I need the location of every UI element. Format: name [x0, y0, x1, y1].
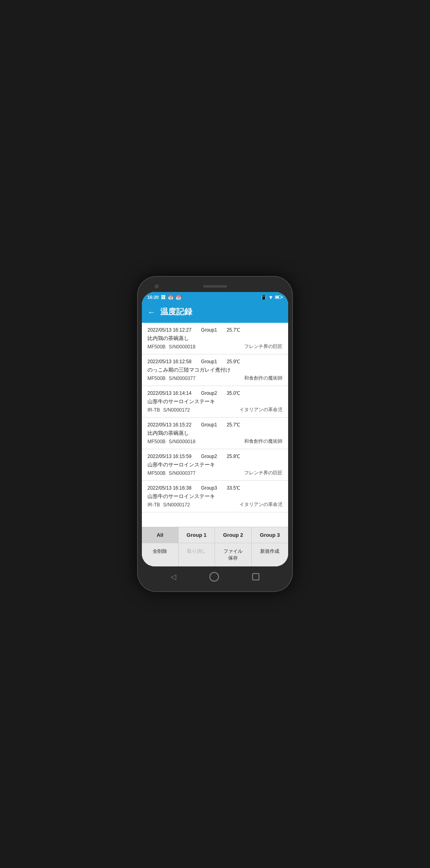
save-file-button[interactable]: ファイル保存 — [215, 543, 252, 566]
battery-icon — [275, 296, 283, 299]
serial: S/N0000018 — [169, 439, 195, 444]
phone-nav-bar: ◁ — [142, 566, 288, 587]
calendar2-icon: 📆 — [176, 295, 181, 300]
device: IR-TB — [147, 502, 160, 508]
record-line1: 2022/05/13 16:15:22 Group1 25.7℃ — [147, 422, 283, 428]
page-title: 温度記録 — [160, 306, 192, 317]
recents-nav-icon[interactable] — [252, 573, 259, 580]
user: 和食創作の魔術師 — [244, 375, 283, 382]
wifi-icon: ▼ — [268, 294, 273, 300]
user: 和食創作の魔術師 — [244, 438, 283, 445]
speaker — [203, 285, 227, 288]
serial: S/N0000018 — [169, 344, 195, 350]
user: フレンチ界の巨匠 — [244, 343, 283, 350]
device: MF500B — [147, 344, 165, 350]
list-item[interactable]: 2022/05/13 16:15:59 Group2 25.8℃ 山形牛のサーロ… — [142, 449, 288, 481]
vibrate-icon: 📳 — [261, 295, 267, 300]
status-time: 16:20 — [147, 295, 159, 300]
tab-group2[interactable]: Group 2 — [215, 527, 252, 543]
record-line1: 2022/05/13 16:12:58 Group1 25.9℃ — [147, 358, 283, 365]
list-item[interactable]: 2022/05/13 16:12:58 Group1 25.9℃ のっこみ期の三… — [142, 354, 288, 386]
records-list: 2022/05/13 16:12:27 Group1 25.7℃ 比内鶏の茶碗蒸… — [142, 323, 288, 527]
record-line2: 山形牛のサーロインステーキ — [147, 398, 283, 405]
home-nav-icon[interactable] — [209, 572, 219, 582]
serial: S/N0000377 — [169, 470, 195, 476]
phone-top-bar — [142, 281, 288, 292]
status-bar: 16:20 🖼 📅 📆 📳 ▼ — [142, 292, 288, 302]
device: IR-TB — [147, 407, 160, 413]
record-line1: 2022/05/13 16:15:59 Group2 25.8℃ — [147, 453, 283, 460]
delete-all-button[interactable]: 全削除 — [142, 543, 179, 566]
record-line2: 比内鶏の茶碗蒸し — [147, 430, 283, 437]
record-line3: MF500B S/N0000377 和食創作の魔術師 — [147, 375, 283, 382]
record-line2: 比内鶏の茶碗蒸し — [147, 335, 283, 342]
camera-sensor — [155, 284, 159, 288]
filter-tabs: All Group 1 Group 2 Group 3 — [142, 527, 288, 543]
calendar-icon: 📅 — [168, 295, 173, 300]
list-item[interactable]: 2022/05/13 16:15:22 Group1 25.7℃ 比内鶏の茶碗蒸… — [142, 418, 288, 449]
action-buttons: 全削除 取り消し ファイル保存 新規作成 — [142, 543, 288, 566]
tab-group1[interactable]: Group 1 — [179, 527, 215, 543]
record-line2: 山形牛のサーロインステーキ — [147, 461, 283, 468]
record-line3: MF500B S/N0000377 フレンチ界の巨匠 — [147, 470, 283, 476]
new-create-button[interactable]: 新規作成 — [252, 543, 289, 566]
list-item[interactable]: 2022/05/13 16:16:38 Group3 33.5℃ 山形牛のサーロ… — [142, 481, 288, 512]
record-line1: 2022/05/13 16:16:38 Group3 33.5℃ — [147, 485, 283, 492]
serial: S/N0000377 — [169, 376, 195, 381]
record-line1: 2022/05/13 16:14:14 Group2 35.0℃ — [147, 390, 283, 397]
tab-all[interactable]: All — [142, 527, 179, 543]
record-line3: IR-TB S/N0000172 イタリアンの革命児 — [147, 501, 283, 508]
device: MF500B — [147, 376, 165, 381]
list-item[interactable]: 2022/05/13 16:12:27 Group1 25.7℃ 比内鶏の茶碗蒸… — [142, 323, 288, 354]
user: イタリアンの革命児 — [239, 406, 283, 413]
user: イタリアンの革命児 — [239, 501, 283, 508]
record-line1: 2022/05/13 16:12:27 Group1 25.7℃ — [147, 327, 283, 334]
list-item[interactable]: 2022/05/13 16:14:14 Group2 35.0℃ 山形牛のサーロ… — [142, 386, 288, 418]
back-nav-icon[interactable]: ◁ — [171, 572, 176, 581]
record-line3: MF500B S/N0000018 和食創作の魔術師 — [147, 438, 283, 445]
record-line3: MF500B S/N0000018 フレンチ界の巨匠 — [147, 343, 283, 350]
photo-icon: 🖼 — [161, 295, 165, 300]
record-line2: のっこみ期の三陸マコガレイ煮付け — [147, 366, 283, 374]
phone-device: 16:20 🖼 📅 📆 📳 ▼ ← 温度記録 — [137, 276, 293, 592]
user: フレンチ界の巨匠 — [244, 470, 283, 476]
undo-button[interactable]: 取り消し — [179, 543, 215, 566]
serial: S/N0000172 — [163, 502, 190, 508]
status-left: 16:20 🖼 📅 📆 — [147, 295, 181, 300]
status-right: 📳 ▼ — [261, 294, 283, 300]
back-button[interactable]: ← — [147, 308, 155, 316]
tab-group3[interactable]: Group 3 — [252, 527, 289, 543]
serial: S/N0000172 — [163, 407, 190, 413]
device: MF500B — [147, 470, 165, 476]
record-line2: 山形牛のサーロインステーキ — [147, 493, 283, 500]
device: MF500B — [147, 439, 165, 444]
record-line3: IR-TB S/N0000172 イタリアンの革命児 — [147, 406, 283, 413]
phone-screen: 16:20 🖼 📅 📆 📳 ▼ ← 温度記録 — [142, 292, 288, 566]
app-header: ← 温度記録 — [142, 302, 288, 323]
